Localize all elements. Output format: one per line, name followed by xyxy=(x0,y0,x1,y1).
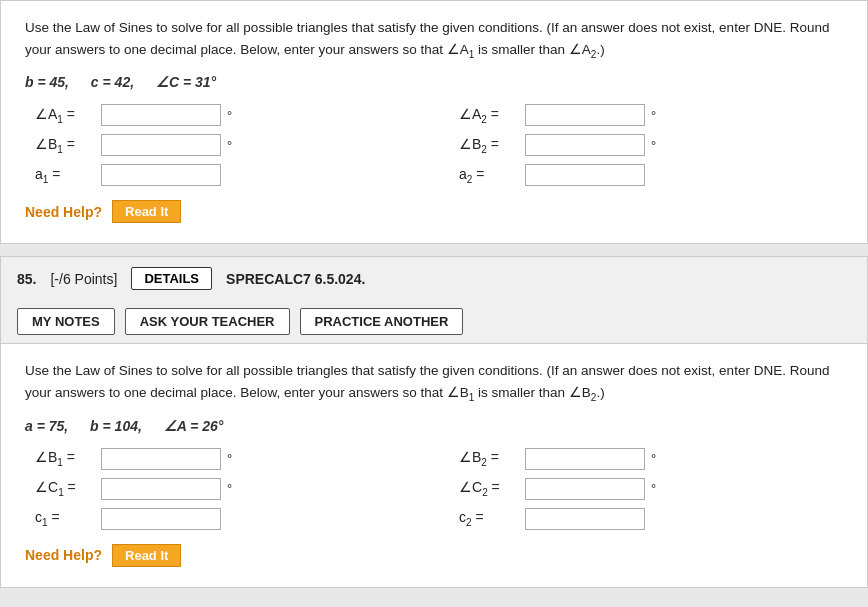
p85-given-a: a = 75, xyxy=(25,418,68,434)
top-read-it-button[interactable]: Read It xyxy=(112,200,181,223)
p85-input-c1[interactable] xyxy=(101,508,221,530)
top-given-values: b = 45, c = 42, ∠C = 31° xyxy=(25,74,843,90)
problem85-intro: Use the Law of Sines to solve for all po… xyxy=(25,360,843,405)
p85-label-c2: c2 = xyxy=(459,509,519,528)
p85-degree-C2: ° xyxy=(651,481,656,496)
degree-A1: ° xyxy=(227,108,232,123)
problem85-given-values: a = 75, b = 104, ∠A = 26° xyxy=(25,418,843,434)
input-B1[interactable] xyxy=(101,134,221,156)
top-problem-section: Use the Law of Sines to solve for all po… xyxy=(0,0,868,244)
answer-row-A2: ∠A2 = ° xyxy=(459,104,843,126)
degree-B2: ° xyxy=(651,138,656,153)
input-A2[interactable] xyxy=(525,104,645,126)
p85-degree-C1: ° xyxy=(227,481,232,496)
degree-A2: ° xyxy=(651,108,656,123)
problem85-section: Use the Law of Sines to solve for all po… xyxy=(0,343,868,587)
given-b: b = 45, xyxy=(25,74,69,90)
p85-given-angle-A: ∠A = 26° xyxy=(164,418,224,434)
problem85-id: SPRECALC7 6.5.024. xyxy=(226,271,365,287)
problem85-points: [-/6 Points] xyxy=(50,271,117,287)
p85-input-B2[interactable] xyxy=(525,448,645,470)
problem85-need-help-label: Need Help? xyxy=(25,547,102,563)
input-A1[interactable] xyxy=(101,104,221,126)
practice-another-button[interactable]: PRACTICE ANOTHER xyxy=(300,308,464,335)
answer-row-a2: a2 = xyxy=(459,164,843,186)
p85-label-C2: ∠C2 = xyxy=(459,479,519,498)
degree-B1: ° xyxy=(227,138,232,153)
top-need-help-label: Need Help? xyxy=(25,204,102,220)
action-buttons-bar: MY NOTES ASK YOUR TEACHER PRACTICE ANOTH… xyxy=(0,300,868,343)
input-B2[interactable] xyxy=(525,134,645,156)
given-angle-C: ∠C = 31° xyxy=(156,74,216,90)
top-need-help-row: Need Help? Read It xyxy=(25,200,843,223)
label-a2: a2 = xyxy=(459,166,519,185)
problem85-header-bar: 85. [-/6 Points] DETAILS SPRECALC7 6.5.0… xyxy=(0,256,868,300)
problem85-need-help-row: Need Help? Read It xyxy=(25,544,843,567)
top-problem-intro: Use the Law of Sines to solve for all po… xyxy=(25,17,843,62)
p85-answer-row-C2: ∠C2 = ° xyxy=(459,478,843,500)
problem85-details-button[interactable]: DETAILS xyxy=(131,267,212,290)
label-B2: ∠B2 = xyxy=(459,136,519,155)
answer-row-A1: ∠A1 = ° xyxy=(35,104,419,126)
answer-row-B2: ∠B2 = ° xyxy=(459,134,843,156)
p85-input-C2[interactable] xyxy=(525,478,645,500)
top-answer-grid: ∠A1 = ° ∠A2 = ° ∠B1 = ° ∠B2 = ° xyxy=(35,104,843,186)
given-c: c = 42, xyxy=(91,74,134,90)
label-B1: ∠B1 = xyxy=(35,136,95,155)
answer-row-a1: a1 = xyxy=(35,164,419,186)
p85-answer-row-B1: ∠B1 = ° xyxy=(35,448,419,470)
label-a1: a1 = xyxy=(35,166,95,185)
input-a1[interactable] xyxy=(101,164,221,186)
my-notes-button[interactable]: MY NOTES xyxy=(17,308,115,335)
p85-label-c1: c1 = xyxy=(35,509,95,528)
p85-answer-row-c2: c2 = xyxy=(459,508,843,530)
p85-label-B2: ∠B2 = xyxy=(459,449,519,468)
problem85-read-it-button[interactable]: Read It xyxy=(112,544,181,567)
page-wrapper: Use the Law of Sines to solve for all po… xyxy=(0,0,868,588)
ask-teacher-button[interactable]: ASK YOUR TEACHER xyxy=(125,308,290,335)
p85-answer-row-c1: c1 = xyxy=(35,508,419,530)
p85-answer-row-B2: ∠B2 = ° xyxy=(459,448,843,470)
p85-given-b: b = 104, xyxy=(90,418,142,434)
problem85-number: 85. xyxy=(17,271,36,287)
p85-degree-B1: ° xyxy=(227,451,232,466)
p85-degree-B2: ° xyxy=(651,451,656,466)
answer-row-B1: ∠B1 = ° xyxy=(35,134,419,156)
problem85-answer-grid: ∠B1 = ° ∠B2 = ° ∠C1 = ° ∠C2 = ° xyxy=(35,448,843,530)
p85-label-C1: ∠C1 = xyxy=(35,479,95,498)
label-A2: ∠A2 = xyxy=(459,106,519,125)
input-a2[interactable] xyxy=(525,164,645,186)
p85-input-c2[interactable] xyxy=(525,508,645,530)
p85-input-B1[interactable] xyxy=(101,448,221,470)
p85-label-B1: ∠B1 = xyxy=(35,449,95,468)
label-A1: ∠A1 = xyxy=(35,106,95,125)
p85-input-C1[interactable] xyxy=(101,478,221,500)
p85-answer-row-C1: ∠C1 = ° xyxy=(35,478,419,500)
